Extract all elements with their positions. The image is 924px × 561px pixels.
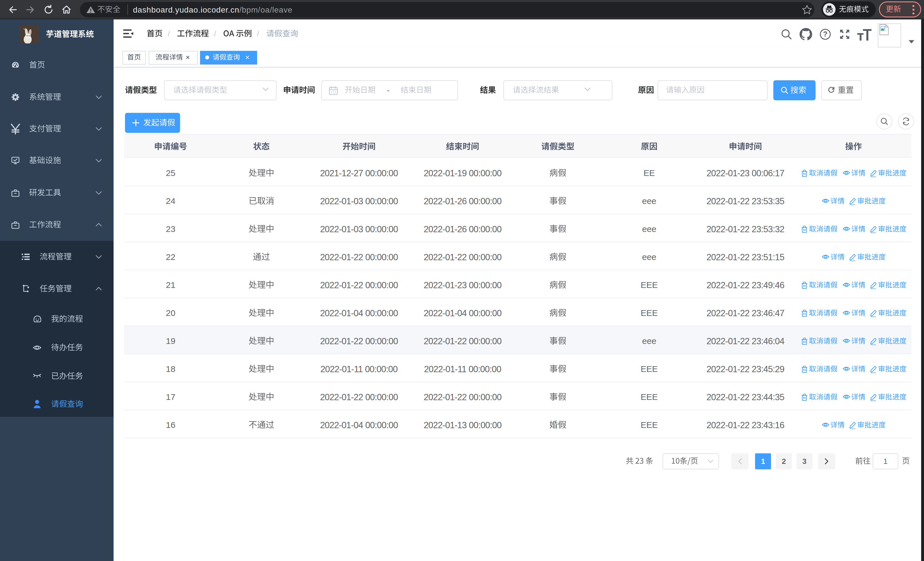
svg-text:?: ? bbox=[823, 30, 827, 38]
